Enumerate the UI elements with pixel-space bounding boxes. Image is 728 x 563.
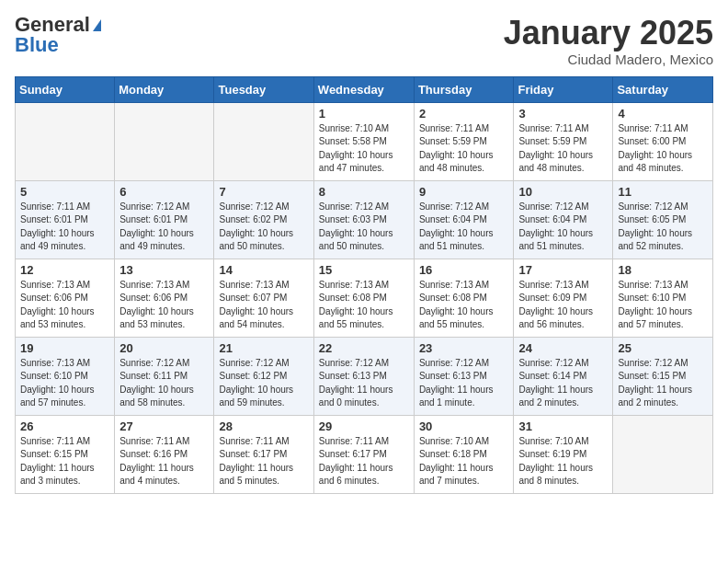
calendar-day-cell: 24Sunrise: 7:12 AM Sunset: 6:14 PM Dayli… <box>514 337 613 415</box>
calendar-day-cell <box>214 102 313 180</box>
calendar-day-cell: 10Sunrise: 7:12 AM Sunset: 6:04 PM Dayli… <box>514 180 613 259</box>
logo-triangle-icon <box>93 19 101 31</box>
day-number: 2 <box>419 107 509 121</box>
day-info: Sunrise: 7:10 AM Sunset: 6:18 PM Dayligh… <box>419 435 509 488</box>
day-info: Sunrise: 7:12 AM Sunset: 6:02 PM Dayligh… <box>219 201 308 254</box>
day-number: 25 <box>618 341 708 355</box>
calendar-week-row: 1Sunrise: 7:10 AM Sunset: 5:58 PM Daylig… <box>16 102 713 180</box>
calendar-day-cell: 27Sunrise: 7:11 AM Sunset: 6:16 PM Dayli… <box>115 415 214 493</box>
day-info: Sunrise: 7:11 AM Sunset: 6:17 PM Dayligh… <box>319 435 409 488</box>
title-area: January 2025 Ciudad Madero, Mexico <box>504 15 713 67</box>
day-info: Sunrise: 7:13 AM Sunset: 6:09 PM Dayligh… <box>518 279 608 332</box>
day-info: Sunrise: 7:13 AM Sunset: 6:06 PM Dayligh… <box>119 279 209 332</box>
day-info: Sunrise: 7:12 AM Sunset: 6:05 PM Dayligh… <box>618 201 708 254</box>
day-number: 7 <box>219 185 308 199</box>
calendar-day-cell <box>16 102 115 180</box>
day-info: Sunrise: 7:13 AM Sunset: 6:07 PM Dayligh… <box>219 279 308 332</box>
calendar-day-cell: 25Sunrise: 7:12 AM Sunset: 6:15 PM Dayli… <box>613 337 713 415</box>
day-info: Sunrise: 7:12 AM Sunset: 6:04 PM Dayligh… <box>419 201 509 254</box>
calendar-table: SundayMondayTuesdayWednesdayThursdayFrid… <box>15 76 713 494</box>
calendar-day-cell: 9Sunrise: 7:12 AM Sunset: 6:04 PM Daylig… <box>414 180 514 259</box>
weekday-header-tuesday: Tuesday <box>214 76 313 102</box>
calendar-day-cell: 11Sunrise: 7:12 AM Sunset: 6:05 PM Dayli… <box>613 180 713 259</box>
day-number: 17 <box>518 263 608 277</box>
weekday-header-thursday: Thursday <box>414 76 514 102</box>
calendar-day-cell: 7Sunrise: 7:12 AM Sunset: 6:02 PM Daylig… <box>214 180 313 259</box>
day-number: 26 <box>20 419 109 433</box>
day-info: Sunrise: 7:11 AM Sunset: 6:15 PM Dayligh… <box>20 435 109 488</box>
day-info: Sunrise: 7:11 AM Sunset: 6:00 PM Dayligh… <box>618 122 708 176</box>
logo-blue: Blue <box>15 35 59 55</box>
calendar-day-cell: 13Sunrise: 7:13 AM Sunset: 6:06 PM Dayli… <box>115 259 214 337</box>
calendar-day-cell: 17Sunrise: 7:13 AM Sunset: 6:09 PM Dayli… <box>514 259 613 337</box>
calendar-day-cell: 3Sunrise: 7:11 AM Sunset: 5:59 PM Daylig… <box>514 102 613 180</box>
calendar-day-cell: 15Sunrise: 7:13 AM Sunset: 6:08 PM Dayli… <box>313 259 414 337</box>
day-info: Sunrise: 7:13 AM Sunset: 6:06 PM Dayligh… <box>20 279 109 332</box>
day-number: 13 <box>119 263 209 277</box>
day-number: 21 <box>219 341 308 355</box>
calendar-day-cell: 21Sunrise: 7:12 AM Sunset: 6:12 PM Dayli… <box>214 337 313 415</box>
day-number: 11 <box>618 185 708 199</box>
day-number: 20 <box>119 341 209 355</box>
calendar-day-cell: 26Sunrise: 7:11 AM Sunset: 6:15 PM Dayli… <box>16 415 115 493</box>
day-number: 24 <box>518 341 608 355</box>
day-info: Sunrise: 7:12 AM Sunset: 6:15 PM Dayligh… <box>618 357 708 410</box>
day-number: 14 <box>219 263 308 277</box>
weekday-header-monday: Monday <box>115 76 214 102</box>
calendar-day-cell <box>613 415 713 493</box>
day-info: Sunrise: 7:13 AM Sunset: 6:10 PM Dayligh… <box>618 279 708 332</box>
page-header: General Blue January 2025 Ciudad Madero,… <box>15 15 713 67</box>
calendar-day-cell: 14Sunrise: 7:13 AM Sunset: 6:07 PM Dayli… <box>214 259 313 337</box>
day-number: 22 <box>319 341 409 355</box>
calendar-day-cell: 12Sunrise: 7:13 AM Sunset: 6:06 PM Dayli… <box>16 259 115 337</box>
weekday-header-sunday: Sunday <box>16 76 115 102</box>
day-info: Sunrise: 7:11 AM Sunset: 6:01 PM Dayligh… <box>20 201 109 254</box>
day-number: 23 <box>419 341 509 355</box>
day-info: Sunrise: 7:12 AM Sunset: 6:12 PM Dayligh… <box>219 357 308 410</box>
day-number: 6 <box>119 185 209 199</box>
day-info: Sunrise: 7:12 AM Sunset: 6:13 PM Dayligh… <box>319 357 409 410</box>
day-number: 8 <box>319 185 409 199</box>
calendar-day-cell: 6Sunrise: 7:12 AM Sunset: 6:01 PM Daylig… <box>115 180 214 259</box>
calendar-week-row: 5Sunrise: 7:11 AM Sunset: 6:01 PM Daylig… <box>16 180 713 259</box>
calendar-day-cell: 23Sunrise: 7:12 AM Sunset: 6:13 PM Dayli… <box>414 337 514 415</box>
day-number: 19 <box>20 341 109 355</box>
day-info: Sunrise: 7:12 AM Sunset: 6:11 PM Dayligh… <box>119 357 209 410</box>
logo-general: General <box>15 15 90 35</box>
day-number: 5 <box>20 185 109 199</box>
day-info: Sunrise: 7:13 AM Sunset: 6:10 PM Dayligh… <box>20 357 109 410</box>
day-number: 4 <box>618 107 708 121</box>
day-number: 12 <box>20 263 109 277</box>
weekday-header-row: SundayMondayTuesdayWednesdayThursdayFrid… <box>16 76 713 102</box>
logo: General Blue <box>15 15 101 55</box>
weekday-header-saturday: Saturday <box>613 76 713 102</box>
calendar-day-cell: 31Sunrise: 7:10 AM Sunset: 6:19 PM Dayli… <box>514 415 613 493</box>
day-number: 9 <box>419 185 509 199</box>
day-info: Sunrise: 7:12 AM Sunset: 6:13 PM Dayligh… <box>419 357 509 410</box>
day-number: 15 <box>319 263 409 277</box>
calendar-week-row: 26Sunrise: 7:11 AM Sunset: 6:15 PM Dayli… <box>16 415 713 493</box>
calendar-day-cell: 2Sunrise: 7:11 AM Sunset: 5:59 PM Daylig… <box>414 102 514 180</box>
day-number: 31 <box>518 419 608 433</box>
day-number: 27 <box>119 419 209 433</box>
calendar-week-row: 12Sunrise: 7:13 AM Sunset: 6:06 PM Dayli… <box>16 259 713 337</box>
day-number: 30 <box>419 419 509 433</box>
day-info: Sunrise: 7:11 AM Sunset: 5:59 PM Dayligh… <box>419 122 509 176</box>
day-number: 16 <box>419 263 509 277</box>
day-info: Sunrise: 7:12 AM Sunset: 6:04 PM Dayligh… <box>518 201 608 254</box>
month-title: January 2025 <box>504 15 713 52</box>
weekday-header-wednesday: Wednesday <box>313 76 414 102</box>
calendar-day-cell: 5Sunrise: 7:11 AM Sunset: 6:01 PM Daylig… <box>16 180 115 259</box>
calendar-day-cell: 4Sunrise: 7:11 AM Sunset: 6:00 PM Daylig… <box>613 102 713 180</box>
day-number: 1 <box>319 107 409 121</box>
calendar-day-cell: 18Sunrise: 7:13 AM Sunset: 6:10 PM Dayli… <box>613 259 713 337</box>
location: Ciudad Madero, Mexico <box>504 52 713 67</box>
day-info: Sunrise: 7:12 AM Sunset: 6:01 PM Dayligh… <box>119 201 209 254</box>
day-number: 28 <box>219 419 308 433</box>
day-number: 3 <box>518 107 608 121</box>
day-info: Sunrise: 7:13 AM Sunset: 6:08 PM Dayligh… <box>419 279 509 332</box>
calendar-day-cell: 29Sunrise: 7:11 AM Sunset: 6:17 PM Dayli… <box>313 415 414 493</box>
calendar-day-cell: 22Sunrise: 7:12 AM Sunset: 6:13 PM Dayli… <box>313 337 414 415</box>
day-info: Sunrise: 7:11 AM Sunset: 5:59 PM Dayligh… <box>518 122 608 176</box>
calendar-day-cell <box>115 102 214 180</box>
